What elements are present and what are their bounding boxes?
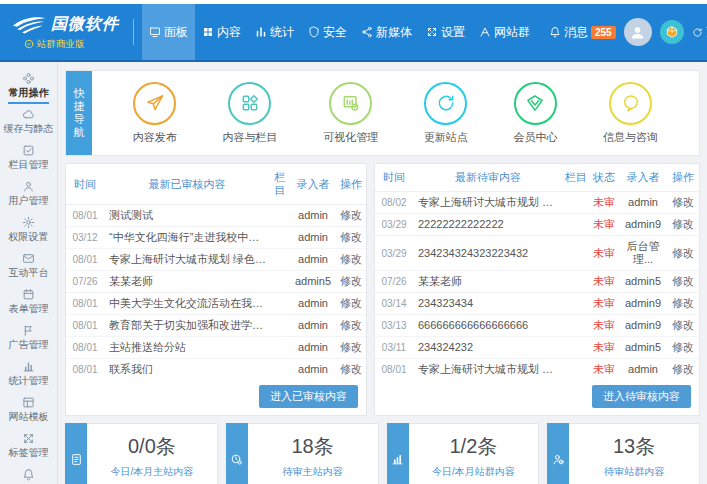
quicknav-item-label: 可视化管理 [323,130,378,145]
nav-item-内容[interactable]: 内容 [195,4,248,60]
messages-button[interactable]: 消息 255 [549,24,616,41]
row-title-link[interactable]: 测试测试 [104,205,270,227]
nav-item-label: 面板 [164,24,188,41]
row-edit-link[interactable]: 修改 [667,337,699,359]
row-edit-link[interactable]: 修改 [667,293,699,315]
row-title-link[interactable]: 666666666666666666 [413,315,563,337]
enter-reviewed-button[interactable]: 进入已审核内容 [259,385,358,408]
stat-card-body: 0/0条今日/本月主站内容 [87,423,218,484]
sidebar-item-标签管理[interactable]: 标签管理 [0,428,57,464]
row-date: 08/01 [66,315,104,337]
col-action: 操作 [336,164,366,205]
row-title-link[interactable]: 专家上海研讨大城市规划 绿色可持续城市仍为热点... [413,359,563,381]
row-edit-link[interactable]: 修改 [667,214,699,236]
sidebar-item-用户管理[interactable]: 用户管理 [0,176,57,212]
row-edit-link[interactable]: 修改 [336,293,366,315]
row-title-link[interactable]: 专家上海研讨大城市规划 绿色可持续城市仍为热点... [413,192,563,214]
row-edit-link[interactable]: 修改 [667,192,699,214]
row-edit-link[interactable]: 修改 [336,337,366,359]
nav-item-面板[interactable]: 面板 [142,4,195,60]
refresh-icon [424,82,467,125]
app-cube-button[interactable] [660,20,684,44]
stat-value: 13条 [569,433,699,460]
row-title-link[interactable]: 234324232 [413,337,563,359]
row-title-link[interactable]: 某某老师 [104,271,270,293]
quicknav-tab: 快捷导航 [66,71,92,155]
row-title-link[interactable]: 中美大学生文化交流活动在我校举行 [104,293,270,315]
row-edit-link[interactable]: 修改 [336,359,366,381]
col-author: 录入者 [619,164,667,192]
sidebar-item-权限设置[interactable]: 权限设置 [0,212,57,248]
templates-icon [22,396,35,409]
sidebar-item-label: 表单管理 [9,303,49,315]
stat-card[interactable]: 18条待审主站内容 [226,423,379,484]
row-date: 08/01 [66,337,104,359]
row-title-link[interactable]: 234323434 [413,293,563,315]
messages-badge: 255 [591,26,616,39]
row-edit-link[interactable]: 修改 [667,315,699,337]
row-edit-link[interactable]: 修改 [667,271,699,293]
nav-item-新媒体[interactable]: 新媒体 [354,4,419,60]
row-title-link[interactable]: 某某老师 [413,271,563,293]
row-title-link[interactable]: “中华文化四海行”走进我校中华文化四海行”走进我校(图文)... [104,227,270,249]
row-edit-link[interactable]: 修改 [336,271,366,293]
row-author: admin [619,359,667,381]
sidebar-item-互动平台[interactable]: 互动平台 [0,248,57,284]
row-edit-link[interactable]: 修改 [667,359,699,381]
row-title-link[interactable]: 22222222222222 [413,214,563,236]
sidebar-item-栏目管理[interactable]: 栏目管理 [0,140,57,176]
row-title-link[interactable]: 专家上海研讨大城市规划 绿色可持续城市仍为热点 [104,249,270,271]
stat-value: 1/2条 [409,433,539,460]
sidebar-item-网站模板[interactable]: 网站模板 [0,392,57,428]
row-date: 08/01 [66,359,104,381]
quicknav-item-更新站点[interactable]: 更新站点 [424,82,468,145]
quicknav-item-信息与咨询[interactable]: 信息与咨询 [603,82,658,145]
row-column [270,337,290,359]
sidebar-item-广告管理[interactable]: 广告管理 [0,320,57,356]
update-site-dropdown[interactable]: 更新网站 [692,24,707,41]
row-edit-link[interactable]: 修改 [336,227,366,249]
sidebar-item-常用操作[interactable]: 常用操作 [0,68,57,104]
row-column [270,205,290,227]
row-author: admin [290,359,336,381]
row-edit-link[interactable]: 修改 [336,249,366,271]
row-title-link[interactable]: 联系我们 [104,359,270,381]
sidebar-item-notice[interactable] [0,464,57,484]
stat-card[interactable]: 1/2条今日/本月站群内容 [387,423,540,484]
row-edit-link[interactable]: 修改 [667,236,699,271]
sidebar-item-统计管理[interactable]: 统计管理 [0,356,57,392]
row-edit-link[interactable]: 修改 [336,205,366,227]
row-date: 08/01 [66,293,104,315]
nav-item-安全[interactable]: 安全 [301,4,354,60]
nav-item-统计[interactable]: 统计 [248,4,301,60]
sidebar-item-label: 权限设置 [9,231,49,243]
row-edit-link[interactable]: 修改 [336,315,366,337]
row-author: admin9 [619,293,667,315]
enter-pending-button[interactable]: 进入待审核内容 [592,385,691,408]
quicknav-item-会员中心[interactable]: 会员中心 [513,82,557,145]
row-author: admin9 [619,315,667,337]
row-title-link[interactable]: 主站推送给分站 [104,337,270,359]
doc-icon [65,423,87,484]
quicknav-item-可视化管理[interactable]: 可视化管理 [323,82,378,145]
table-row: 08/01主站推送给分站admin修改 [66,337,366,359]
operations-icon [22,72,35,85]
sidebar-item-缓存与静态[interactable]: 缓存与静态 [0,104,57,140]
row-title-link[interactable]: 234234324323223432 [413,236,563,271]
nav-item-网站群[interactable]: 网站群 [472,4,537,60]
sidebar-item-表单管理[interactable]: 表单管理 [0,284,57,320]
row-column [563,236,589,271]
row-date: 03/11 [375,337,413,359]
users-icon [22,180,35,193]
row-author: admin5 [290,271,336,293]
user-avatar[interactable] [624,18,652,46]
row-title-link[interactable]: 教育部关于切实加强和改进学风建设的实施意见 [104,315,270,337]
quicknav-item-内容与栏目[interactable]: 内容与栏目 [222,82,277,145]
quicknav-item-内容发布[interactable]: 内容发布 [133,82,177,145]
table-row: 07/26某某老师未审admin5修改 [375,271,699,293]
nav-item-设置[interactable]: 设置 [419,4,472,60]
stat-card[interactable]: 13条待审站群内容 [547,423,700,484]
quicknav-item-label: 内容发布 [133,130,177,145]
stat-card[interactable]: 0/0条今日/本月主站内容 [65,423,218,484]
row-status: 未审 [589,214,619,236]
